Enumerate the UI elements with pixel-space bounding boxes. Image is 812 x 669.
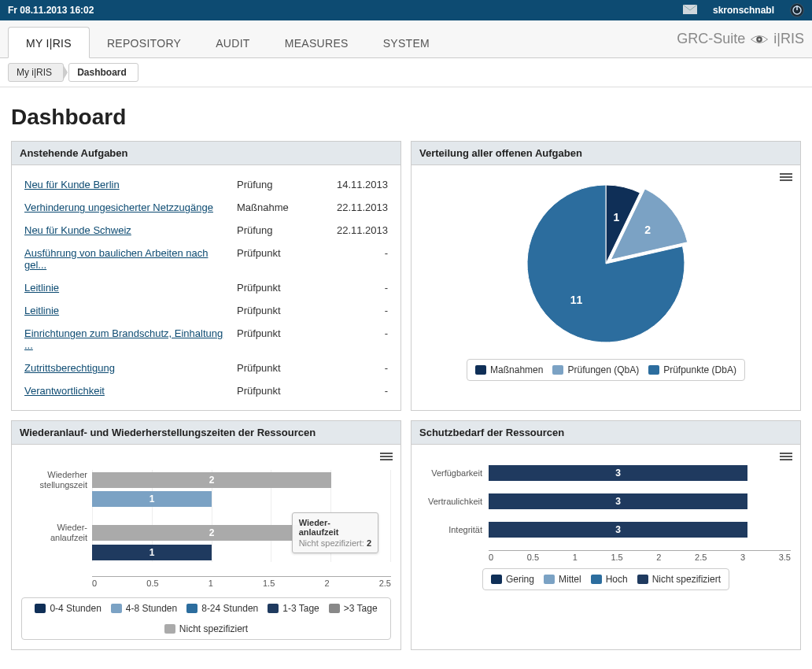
axis-tick: 2.5 xyxy=(379,578,391,588)
main-nav: MY I|RIS REPOSITORY AUDIT MEASURES SYSTE… xyxy=(0,20,812,58)
task-link[interactable]: Einrichtungen zum Brandschutz, Einhaltun… xyxy=(24,327,223,351)
task-date: - xyxy=(320,299,391,322)
table-row: Einrichtungen zum Brandschutz, Einhaltun… xyxy=(21,322,391,357)
task-link[interactable]: Leitlinie xyxy=(24,305,59,316)
bar-segment[interactable]: 3 xyxy=(489,493,747,509)
bar-segment[interactable]: 3 xyxy=(489,465,747,481)
legend-item[interactable]: Nicht spezifiziert xyxy=(637,574,721,585)
task-type: Prüfpunkt xyxy=(234,379,320,402)
chart-tooltip: Wieder- anlaufzeit Nicht spezifiziert: 2 xyxy=(292,512,378,553)
bar-category-label: Wiederher stellungszeit xyxy=(21,470,92,490)
bar-segment[interactable]: 1 xyxy=(92,491,212,507)
legend-item[interactable]: Hoch xyxy=(591,574,628,585)
tooltip-title: Wieder- anlaufzeit xyxy=(299,518,371,537)
bar-segment[interactable]: 2 xyxy=(92,472,331,488)
tab-repository[interactable]: REPOSITORY xyxy=(90,28,198,57)
widget-recovery: Wiederanlauf- und Wiederherstellungszeit… xyxy=(11,420,401,650)
legend-item[interactable]: Prüfpunkte (DbA) xyxy=(648,364,736,375)
chart-menu-icon[interactable] xyxy=(380,451,393,462)
widget-protection: Schutzbedarf der Ressourcen Verfügbarkei… xyxy=(411,420,801,650)
axis-tick: 3.5 xyxy=(779,553,791,562)
task-date: - xyxy=(320,379,391,402)
task-date: 14.11.2013 xyxy=(320,173,391,196)
tooltip-value: 2 xyxy=(367,538,371,548)
legend-item[interactable]: 8-24 Stunden xyxy=(186,603,258,614)
chart-menu-icon[interactable] xyxy=(780,172,792,183)
brand-prefix: GRC-Suite xyxy=(677,31,745,47)
legend-item[interactable]: Nicht spezifiziert xyxy=(164,623,248,634)
axis-tick: 1 xyxy=(573,553,578,562)
crumb-current[interactable]: Dashboard xyxy=(68,63,138,82)
datetime: Fr 08.11.2013 16:02 xyxy=(8,5,94,16)
task-type: Prüfpunkt xyxy=(234,322,320,357)
bar-category-label: Verfügbarkeit xyxy=(421,468,489,478)
axis-tick: 1.5 xyxy=(611,553,622,562)
brand-logo: GRC-Suite i|RIS xyxy=(677,31,804,47)
axis-tick: 2 xyxy=(656,553,661,562)
table-row: Ausführung von baulichen Arbeiten nach g… xyxy=(21,242,391,276)
legend-item[interactable]: 0-4 Stunden xyxy=(35,603,101,614)
power-icon[interactable] xyxy=(790,3,804,17)
task-type: Prüfung xyxy=(234,219,320,242)
tab-my-iris[interactable]: MY I|RIS xyxy=(8,27,90,58)
tab-audit[interactable]: AUDIT xyxy=(198,28,268,57)
table-row: LeitliniePrüfpunkt- xyxy=(21,299,391,322)
table-row: Neu für Kunde BerlinPrüfung14.11.2013 xyxy=(21,173,391,196)
task-link[interactable]: Leitlinie xyxy=(24,282,59,294)
task-link[interactable]: Verhinderung ungesicherter Netzzugänge xyxy=(24,201,213,213)
table-row: ZutrittsberechtigungPrüfpunkt- xyxy=(21,357,391,379)
axis-tick: 2 xyxy=(324,578,329,588)
legend-item[interactable]: Maßnahmen xyxy=(475,364,543,375)
bar-category-label: Integrität xyxy=(421,525,489,534)
task-date: 22.11.2013 xyxy=(320,196,391,219)
widget-pie: Verteilung aller offenen Aufgaben 1211 M… xyxy=(411,141,801,411)
task-link[interactable]: Verantwortlichkeit xyxy=(24,385,105,397)
legend-item[interactable]: Mittel xyxy=(544,574,581,585)
table-row: Verhinderung ungesicherter NetzzugängeMa… xyxy=(21,196,391,219)
pie-slice-label: 1 xyxy=(613,211,619,224)
widget-recovery-header: Wiederanlauf- und Wiederherstellungszeit… xyxy=(12,421,400,445)
widget-pie-header: Verteilung aller offenen Aufgaben xyxy=(412,142,800,165)
task-type: Prüfpunkt xyxy=(234,276,320,299)
legend-item[interactable]: 1-3 Tage xyxy=(268,603,319,614)
chart-menu-icon[interactable] xyxy=(780,451,792,462)
bar-segment[interactable]: 3 xyxy=(489,522,747,538)
protection-chart: Verfügbarkeit3Vertraulichkeit3Integrität… xyxy=(421,465,791,562)
legend-item[interactable]: 4-8 Stunden xyxy=(111,603,177,614)
topbar: Fr 08.11.2013 16:02 skronschnabl xyxy=(0,0,812,20)
username[interactable]: skronschnabl xyxy=(713,5,774,16)
legend-item[interactable]: Prüfungen (QbA) xyxy=(552,364,639,375)
task-link[interactable]: Ausführung von baulichen Arbeiten nach g… xyxy=(24,247,208,271)
crumb-root[interactable]: My i|RIS xyxy=(8,63,64,82)
task-type: Prüfpunkt xyxy=(234,357,320,379)
task-type: Prüfpunkt xyxy=(234,299,320,322)
task-link[interactable]: Neu für Kunde Berlin xyxy=(24,179,120,190)
breadcrumb: My i|RIS Dashboard xyxy=(0,58,812,87)
legend-item[interactable]: >3 Tage xyxy=(329,603,378,614)
pie-slice-label: 2 xyxy=(644,224,651,236)
bar-category-label: Vertraulichkeit xyxy=(421,497,489,506)
bar-segment[interactable]: 1 xyxy=(92,545,212,560)
task-date: 22.11.2013 xyxy=(320,219,391,242)
mail-icon[interactable] xyxy=(683,5,697,17)
pie-chart: 1211 xyxy=(511,181,700,346)
widget-protection-header: Schutzbedarf der Ressourcen xyxy=(412,421,800,445)
recovery-legend: 0-4 Stunden4-8 Stunden8-24 Stunden1-3 Ta… xyxy=(21,597,391,640)
task-date: - xyxy=(320,357,391,379)
axis-tick: 3 xyxy=(740,553,745,562)
axis-tick: 1.5 xyxy=(263,578,275,588)
axis-tick: 0 xyxy=(92,578,97,588)
table-row: VerantwortlichkeitPrüfpunkt- xyxy=(21,379,391,402)
task-link[interactable]: Zutrittsberechtigung xyxy=(24,362,115,374)
task-link[interactable]: Neu für Kunde Schweiz xyxy=(24,224,131,236)
tooltip-label: Nicht spezifiziert: xyxy=(299,538,364,548)
table-row: Neu für Kunde SchweizPrüfung22.11.2013 xyxy=(21,219,391,242)
tab-system[interactable]: SYSTEM xyxy=(366,28,447,57)
brand-suffix: i|RIS xyxy=(773,31,804,47)
tab-measures[interactable]: MEASURES xyxy=(268,28,366,57)
legend-item[interactable]: Gering xyxy=(491,574,534,585)
task-type: Prüfung xyxy=(234,173,320,196)
tasks-table: Neu für Kunde BerlinPrüfung14.11.2013Ver… xyxy=(21,173,391,402)
axis-tick: 0 xyxy=(489,553,493,562)
pie-legend: MaßnahmenPrüfungen (QbA)Prüfpunkte (DbA) xyxy=(467,359,745,381)
